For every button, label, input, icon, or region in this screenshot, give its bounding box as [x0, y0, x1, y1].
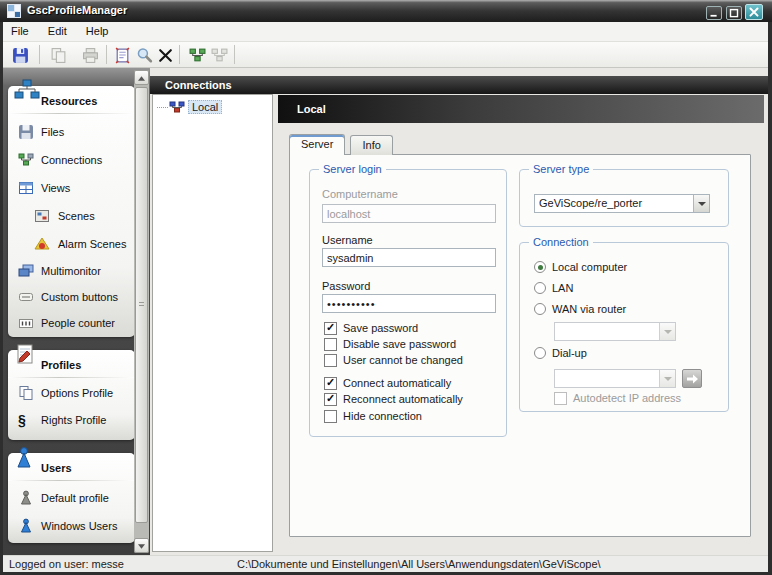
sidebar-item-label: Custom buttons: [41, 291, 118, 303]
counter-icon: [18, 315, 34, 331]
window-title: GscProfileManager: [27, 4, 127, 16]
scrollbar-thumb[interactable]: [135, 87, 148, 523]
checkbox-label: User cannot be changed: [343, 354, 463, 366]
close-button[interactable]: [745, 4, 763, 20]
maximize-button[interactable]: [726, 6, 742, 20]
username-field[interactable]: [322, 248, 496, 267]
sidebar-item-windows-users[interactable]: Windows Users: [8, 513, 135, 539]
tree-item-local[interactable]: Local: [155, 98, 270, 116]
scroll-up-button[interactable]: [134, 70, 149, 85]
server-type-dropdown[interactable]: GeViScope/re_porter: [534, 194, 710, 213]
sidebar-item-label: Multimonitor: [41, 265, 101, 277]
dropdown-button[interactable]: [659, 370, 675, 387]
floppy-icon: [12, 47, 29, 64]
network-icon: [18, 152, 34, 168]
sidebar-item-label: Alarm Scenes: [58, 238, 126, 250]
tree-item-label: Local: [188, 100, 222, 114]
document-check-icon: [114, 47, 131, 64]
floppy-icon: [18, 124, 34, 140]
checkbox-label: Connect automatically: [343, 377, 451, 389]
wan-router-dropdown[interactable]: [554, 322, 676, 341]
radio-selected-icon: [534, 261, 546, 273]
delete-button[interactable]: [152, 43, 178, 67]
password-label: Password: [322, 280, 370, 292]
tab-info[interactable]: Info: [350, 135, 392, 155]
toolbar-separator: [39, 45, 40, 64]
sidebar-item-connections[interactable]: Connections: [8, 147, 135, 173]
radio-icon: [534, 303, 546, 315]
sidebar-item-custom-buttons[interactable]: Custom buttons: [8, 284, 135, 310]
section-title-profiles: Profiles: [41, 359, 81, 371]
checkbox-icon: [324, 338, 337, 351]
sidebar-item-scenes[interactable]: Scenes: [8, 203, 135, 229]
connections-header-title: Connections: [165, 79, 232, 91]
network-gray-icon: [211, 47, 228, 64]
detail-header: Local: [278, 95, 764, 123]
sidebar-item-label: Connections: [41, 154, 102, 166]
sidebar-item-label: Options Profile: [41, 387, 113, 399]
profiles-icon: [14, 343, 36, 367]
dial-up-dropdown[interactable]: [554, 369, 676, 388]
divider: [8, 480, 135, 481]
computername-field[interactable]: [322, 204, 496, 223]
dropdown-button[interactable]: [693, 195, 709, 212]
pawn-blue-icon: [18, 518, 34, 534]
status-logged-on-user: Logged on user: messe: [9, 558, 124, 570]
tab-server[interactable]: Server: [289, 134, 345, 155]
menu-bar: File Edit Help: [3, 22, 768, 42]
pawn-gray-icon: [18, 490, 34, 506]
status-path: C:\Dokumente und Einstellungen\All Users…: [237, 558, 601, 570]
sidebar-item-default-profile[interactable]: Default profile: [8, 485, 135, 511]
multimonitor-icon: [18, 263, 34, 279]
detail-header-title: Local: [297, 103, 326, 115]
sidebar-item-files[interactable]: Files: [8, 119, 135, 145]
minimize-button[interactable]: [706, 6, 722, 20]
radio-label: LAN: [552, 282, 573, 294]
dial-connect-button[interactable]: [682, 369, 702, 388]
checkbox-icon: [324, 410, 337, 423]
detail-panel: Local Server Info Server login Computern…: [278, 95, 764, 552]
save-button[interactable]: [7, 43, 33, 67]
menu-file[interactable]: File: [3, 22, 37, 42]
dropdown-button[interactable]: [659, 323, 675, 340]
toolbar: [3, 42, 768, 68]
x-icon: [157, 47, 174, 64]
sidebar-item-people-counter[interactable]: People counter: [8, 310, 135, 336]
chevron-down-icon: [698, 202, 706, 206]
checkbox-checked-icon: [324, 322, 337, 335]
sidebar-item-options-profile[interactable]: Options Profile: [8, 380, 135, 406]
magnifier-icon: [136, 47, 153, 64]
checkbox-checked-icon: [324, 393, 337, 406]
scroll-down-button[interactable]: [134, 538, 149, 553]
toolbar-separator: [179, 45, 180, 64]
minimize-icon: [707, 7, 721, 19]
scene-icon: [34, 208, 50, 224]
sidebar-item-multimonitor[interactable]: Multimonitor: [8, 258, 135, 284]
menu-edit[interactable]: Edit: [40, 22, 75, 42]
password-field[interactable]: [322, 294, 496, 313]
connections-header: Connections: [150, 76, 768, 94]
copy-button[interactable]: [45, 43, 71, 67]
username-label: Username: [322, 234, 373, 246]
section-sign-icon: §: [18, 412, 34, 428]
checkbox-label: Autodetect IP address: [573, 392, 681, 404]
sidebar-item-views[interactable]: Views: [8, 175, 135, 201]
print-button[interactable]: [77, 43, 103, 67]
sidebar-item-alarm-scenes[interactable]: Alarm Scenes: [8, 231, 135, 257]
checkbox-label: Hide connection: [343, 410, 422, 422]
user-groups-alt-button[interactable]: [206, 43, 232, 67]
computername-label: Computername: [322, 188, 398, 200]
checkbox-checked-icon: [324, 377, 337, 390]
sidebar-item-label: Windows Users: [41, 520, 117, 532]
sidebar-item-rights-profile[interactable]: § Rights Profile: [8, 407, 135, 433]
chevron-down-icon: [664, 377, 672, 381]
button-icon: [18, 289, 34, 305]
checkbox-label: Disable save password: [343, 338, 456, 350]
chevron-down-icon: [138, 544, 145, 549]
thumb-grip: [139, 302, 144, 308]
connection-group-title: Connection: [529, 236, 593, 248]
sidebar-scrollbar[interactable]: [134, 70, 149, 553]
radio-icon: [534, 347, 546, 359]
menu-help[interactable]: Help: [78, 22, 117, 42]
copy-icon: [50, 47, 67, 64]
